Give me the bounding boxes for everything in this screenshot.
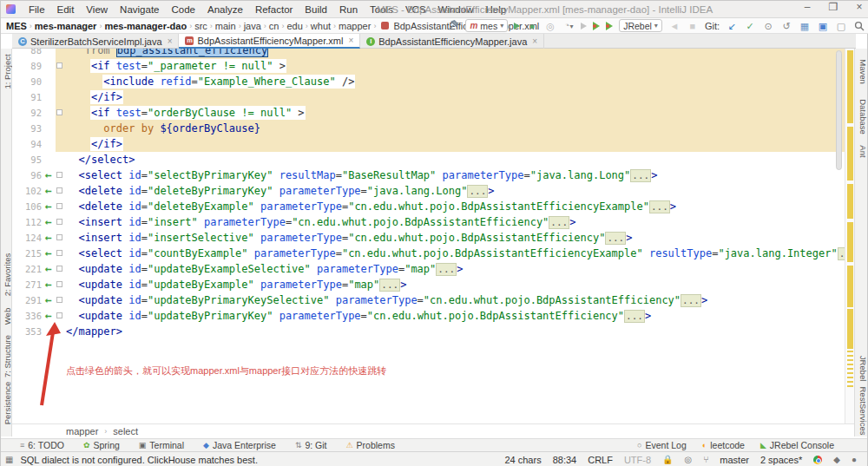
code-content[interactable]: <update id="updateByPrimaryKey" paramete… — [56, 308, 845, 324]
status-UTF-8[interactable]: UTF-8 — [624, 455, 651, 465]
editor-scrollbar[interactable] — [836, 50, 842, 170]
code-content[interactable]: <delete id="deleteByPrimaryKey" paramete… — [56, 183, 845, 199]
menu-build[interactable]: Build — [299, 4, 333, 15]
code-content[interactable]: <update id="updateByPrimaryKeySelective"… — [56, 292, 845, 308]
warning-stripe-mark[interactable] — [847, 127, 853, 180]
warning-stripe-tick[interactable] — [847, 368, 853, 370]
code-line-96[interactable]: 96← <select id="selectByPrimaryKey" resu… — [12, 167, 845, 183]
branch-icon[interactable]: ⑂ — [703, 455, 708, 464]
tab-BdpAssistantEfficiencyMapper.xml[interactable]: mBdpAssistantEfficiencyMapper.xml× — [179, 34, 360, 49]
tool-switcher-icon[interactable]: ▦ — [5, 455, 13, 464]
run-button[interactable] — [514, 23, 520, 30]
update-project-button[interactable]: ↙ — [726, 20, 738, 32]
tool-window-button-6-TODO[interactable]: ≡6: TODO — [20, 440, 64, 450]
code-content[interactable]: <select id="countByExample" parameterTyp… — [56, 246, 845, 261]
folded-region[interactable]: ... — [467, 185, 488, 198]
chrome-icon[interactable] — [813, 456, 822, 464]
folded-region[interactable]: ... — [624, 310, 645, 323]
menu-view[interactable]: View — [80, 4, 114, 15]
tool-stripe-JRebel[interactable]: JRebel — [858, 347, 868, 391]
status-88-34[interactable]: 88:34 — [553, 455, 577, 465]
tool-window-button-Spring[interactable]: ✿Spring — [83, 440, 120, 450]
code-content[interactable]: <insert id="insert" parameterType="cn.ed… — [56, 214, 845, 230]
nav-to-interface-arrow-icon[interactable]: ← — [42, 214, 56, 230]
fold-marker-icon[interactable] — [56, 234, 62, 240]
breadcrumb-item-edu[interactable]: edu — [285, 21, 304, 31]
code-content[interactable]: <update id="updateByExampleSelective" pa… — [56, 261, 845, 277]
warning-stripe-mark[interactable] — [847, 184, 853, 219]
code-line-102[interactable]: 102← <delete id="deleteByPrimaryKey" par… — [12, 183, 845, 199]
breadcrumb-item-whut[interactable]: whut — [309, 21, 332, 31]
close-icon[interactable]: × — [348, 36, 353, 45]
coverage-button[interactable]: ◎ — [544, 20, 556, 32]
tool-window-button-Problems[interactable]: ⚠Problems — [346, 440, 395, 450]
fold-marker-icon[interactable] — [56, 203, 62, 209]
breadcrumb-item-mes-manager[interactable]: mes-manager — [33, 21, 99, 31]
warning-stripe-tick[interactable] — [847, 351, 853, 352]
menu-file[interactable]: File — [23, 4, 51, 15]
close-button[interactable]: × — [853, 1, 865, 13]
nav-to-interface-arrow-icon[interactable]: ← — [42, 277, 56, 292]
code-editor[interactable]: 88 from bdp_assistant_efficiency89 <if t… — [12, 49, 845, 423]
breadcrumb-item-src[interactable]: src — [193, 21, 209, 31]
code-content[interactable]: <delete id="deleteByExample" parameterTy… — [56, 199, 845, 214]
tool-stripe-2-Favorites[interactable]: 2: Favorites — [3, 253, 12, 297]
maximize-button[interactable]: ❐ — [827, 1, 839, 13]
fold-marker-icon[interactable] — [56, 62, 62, 69]
tab-SterilizerBatchServiceImpl.java[interactable]: CSterilizerBatchServiceImpl.java× — [12, 34, 179, 49]
tool-stripe-Maven[interactable]: Maven — [858, 50, 868, 94]
fold-marker-icon[interactable] — [56, 266, 62, 272]
fold-marker-icon[interactable] — [56, 297, 62, 303]
status-message[interactable]: SQL dialect is not configured. ClickHous… — [20, 455, 258, 465]
warning-stripe-mark[interactable] — [847, 309, 853, 349]
tab-BdpAssistantEfficiencyMapper.java[interactable]: IBdpAssistantEfficiencyMapper.java× — [360, 34, 544, 49]
warning-stripe-tick[interactable] — [847, 381, 853, 383]
warning-stripe-tick[interactable] — [847, 372, 853, 374]
warning-stripe-tick[interactable] — [847, 364, 853, 365]
breadcrumb-item-MES[interactable]: MES — [4, 21, 29, 31]
menu-analyze[interactable]: Analyze — [201, 4, 249, 15]
breadcrumb-item-mapper[interactable]: mapper — [337, 21, 372, 31]
profiler-button[interactable]: ◔▾ — [562, 19, 575, 33]
jrebel-run-icon[interactable] — [593, 22, 600, 30]
error-stripe[interactable] — [845, 49, 854, 423]
lock-icon[interactable]: 🔒 — [662, 455, 673, 464]
minimize-button[interactable]: – — [801, 1, 813, 13]
indicator-icon[interactable]: ● — [852, 455, 857, 464]
code-line-88[interactable]: 88 from bdp_assistant_efficiency — [12, 49, 845, 58]
restore-layout-button[interactable]: ▢ — [835, 20, 847, 32]
warning-stripe-mark[interactable] — [847, 50, 853, 123]
fold-marker-icon[interactable] — [56, 281, 62, 287]
nav-to-interface-arrow-icon[interactable]: ← — [42, 183, 56, 199]
code-content[interactable]: </if> — [56, 136, 845, 152]
folded-region[interactable]: ... — [605, 232, 626, 245]
tool-stripe-Ant[interactable]: Ant — [858, 130, 868, 174]
jrebel-select[interactable]: JRebel ▾ — [619, 19, 662, 32]
warning-stripe-tick[interactable] — [847, 346, 853, 348]
fold-marker-icon[interactable] — [56, 250, 62, 256]
run-config-select[interactable]: m mes ▾ — [465, 19, 508, 32]
code-content[interactable]: <select id="selectByPrimaryKey" resultMa… — [56, 167, 845, 183]
menu-edit[interactable]: Edit — [51, 4, 81, 15]
folded-region[interactable]: ... — [649, 200, 670, 213]
run-disabled-button[interactable] — [581, 23, 587, 30]
warning-stripe-mark[interactable] — [847, 222, 853, 262]
code-line-215[interactable]: 215← <select id="countByExample" paramet… — [12, 246, 845, 261]
debug-button[interactable]: ● — [526, 20, 538, 32]
menu-run[interactable]: Run — [333, 4, 364, 15]
commit-button[interactable]: ✓ — [744, 20, 756, 32]
code-line-271[interactable]: 271← <update id="updateByExample" parame… — [12, 277, 845, 292]
nav-to-interface-arrow-icon[interactable]: ← — [42, 199, 56, 214]
status-2-spaces-[interactable]: 2 spaces* — [760, 455, 802, 465]
code-line-291[interactable]: 291← <update id="updateByPrimaryKeySelec… — [12, 292, 845, 308]
code-content[interactable]: order by ${orderByClause} — [56, 121, 845, 136]
database-button[interactable]: ▣ — [817, 20, 829, 32]
jrebel-debug-icon[interactable] — [606, 22, 613, 30]
fold-marker-icon[interactable] — [56, 109, 62, 115]
status-CRLF[interactable]: CRLF — [588, 455, 613, 465]
menu-refactor[interactable]: Refactor — [249, 4, 299, 15]
code-content[interactable]: <if test="orderByClause != null" > — [56, 105, 845, 121]
tool-stripe-1-Project[interactable]: 1: Project — [3, 50, 12, 94]
breadcrumb-item-java[interactable]: java — [242, 21, 263, 31]
history-button[interactable]: ⊙ — [762, 20, 774, 32]
